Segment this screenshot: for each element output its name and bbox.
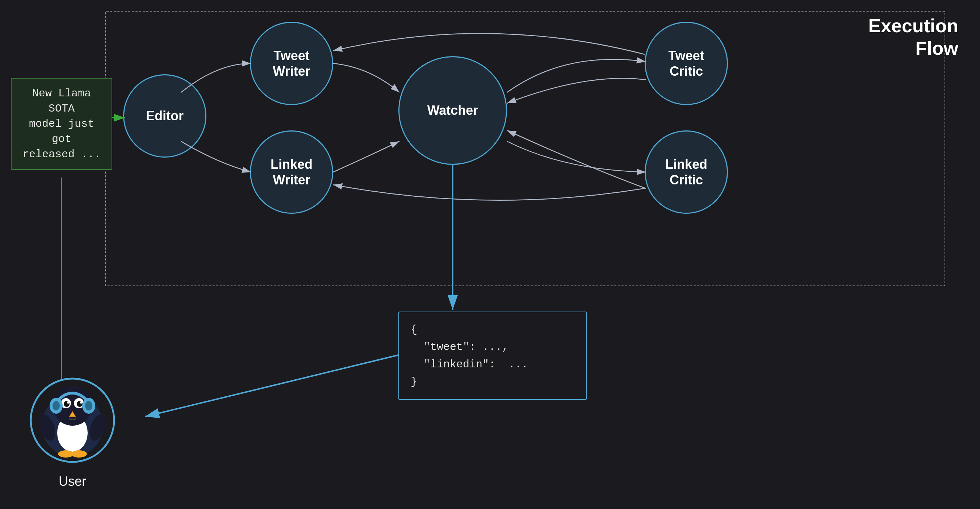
svg-point-15 [77,401,83,407]
output-text: { "tweet": ..., "linkedin": ... } [411,321,574,391]
node-tweet-critic-label: Tweet Critic [668,48,704,79]
svg-marker-18 [69,411,76,417]
svg-line-7 [145,355,398,417]
svg-point-16 [67,401,69,404]
svg-point-22 [85,401,92,410]
svg-point-20 [82,398,95,414]
svg-point-23 [35,412,59,443]
node-tweet-writer: Tweet Writer [250,22,333,105]
svg-point-21 [52,401,60,410]
execution-flow-label: Execution Flow [869,14,959,60]
node-linked-writer: Linked Writer [250,130,333,214]
input-text: New Llama SOTA model just got released .… [22,87,101,161]
svg-point-11 [52,386,92,426]
svg-point-8 [31,379,114,462]
svg-point-10 [57,414,88,452]
svg-point-24 [86,412,109,443]
output-box: { "tweet": ..., "linkedin": ... } [398,312,587,400]
node-watcher: Watcher [398,56,507,165]
node-editor: Editor [123,74,207,157]
svg-point-9 [41,395,103,457]
node-linked-writer-label: Linked Writer [270,156,313,188]
input-box: New Llama SOTA model just got released .… [11,78,112,170]
svg-point-14 [64,401,70,407]
node-linked-critic-label: Linked Critic [665,156,707,188]
user-label: User [36,474,109,489]
execution-flow-box [105,11,945,286]
node-tweet-writer-label: Tweet Writer [273,48,310,79]
svg-point-17 [80,401,82,404]
node-linked-critic: Linked Critic [644,130,728,214]
svg-point-13 [74,398,84,408]
svg-point-19 [49,398,63,414]
node-editor-label: Editor [146,108,184,124]
main-container: Execution Flow Editor Tweet Writer Linke… [0,0,980,509]
svg-point-25 [58,450,74,458]
node-watcher-label: Watcher [427,103,479,118]
svg-point-12 [61,398,71,408]
node-tweet-critic: Tweet Critic [644,22,728,105]
svg-point-26 [71,450,87,458]
